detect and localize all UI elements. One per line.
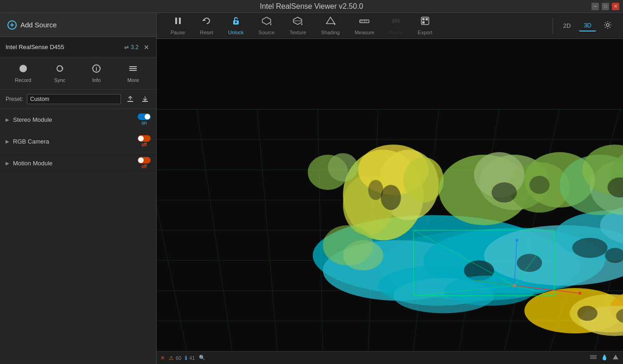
rgb-camera-item[interactable]: ▶ RGB Camera off: [0, 131, 156, 152]
rgb-camera-toggle-track: [138, 135, 151, 142]
record-tool[interactable]: Record: [6, 61, 40, 86]
unlock-label: Unlock: [228, 30, 244, 35]
preset-upload-button[interactable]: [125, 94, 136, 105]
main-layout: + Add Source Intel RealSense D455 ⇌ 3.2 …: [0, 13, 623, 364]
settings-button[interactable]: [600, 19, 616, 33]
motion-module-item[interactable]: ▶ Motion Module off: [0, 152, 156, 174]
reset-label: Reset: [200, 30, 213, 35]
motion-module-name: Motion Module: [13, 160, 138, 167]
route-icon: [391, 16, 401, 28]
svg-point-74: [368, 180, 383, 200]
export-tool[interactable]: Export: [411, 13, 439, 38]
status-right: [590, 353, 619, 362]
sync-icon: [55, 64, 64, 75]
more-tool[interactable]: More: [116, 61, 151, 86]
minimize-button[interactable]: ─: [591, 3, 599, 10]
info-status: ℹ 41: [185, 355, 195, 361]
texture-tool[interactable]: ▾ Texture: [283, 13, 312, 38]
device-close-button[interactable]: ✕: [142, 43, 151, 51]
svg-point-63: [572, 238, 608, 257]
device-toolbar: Record Sync i Info More: [0, 57, 156, 90]
preset-bar: Preset: Custom Default High Accuracy Hig…: [0, 90, 156, 109]
maximize-button[interactable]: □: [602, 3, 609, 10]
record-icon: [19, 64, 28, 75]
view-3d-button[interactable]: 3D: [579, 20, 596, 31]
svg-point-80: [492, 182, 517, 202]
search-status[interactable]: 🔍: [199, 355, 205, 361]
svg-point-109: [578, 292, 582, 295]
rgb-camera-toggle-thumb: [138, 136, 144, 141]
preset-select[interactable]: Custom Default High Accuracy High Densit…: [27, 94, 121, 104]
unlock-icon: [231, 16, 241, 28]
toolbar-separator: [553, 18, 553, 34]
stereo-module-toggle-track: [138, 113, 151, 120]
drop-button[interactable]: [601, 353, 608, 362]
export-icon: [420, 16, 430, 28]
add-source-label: Add Source: [20, 21, 57, 29]
up-button[interactable]: [612, 353, 619, 362]
sidebar: + Add Source Intel RealSense D455 ⇌ 3.2 …: [0, 13, 157, 364]
title-bar: Intel RealSense Viewer v2.50.0 ─ □ ✕: [0, 0, 623, 13]
route-label: Route: [389, 30, 403, 35]
svg-rect-6: [129, 70, 137, 71]
rgb-camera-toggle[interactable]: off: [138, 135, 151, 147]
reset-icon: [202, 16, 211, 28]
preset-download-button[interactable]: [140, 94, 151, 105]
rgb-camera-expand-icon: ▶: [6, 139, 9, 144]
device-usb: ⇌ 3.2: [124, 44, 139, 50]
view-2d-button[interactable]: 2D: [559, 20, 576, 31]
viewport[interactable]: [157, 39, 623, 351]
title-bar-controls: ─ □ ✕: [591, 3, 619, 10]
svg-point-13: [235, 21, 237, 23]
info-tool[interactable]: i Info: [79, 61, 114, 86]
info-icon: i: [92, 64, 101, 75]
stereo-module-toggle[interactable]: on: [138, 113, 151, 126]
svg-rect-112: [590, 357, 597, 358]
svg-text:▾: ▾: [270, 22, 272, 25]
motion-module-toggle-track: [138, 157, 151, 163]
stereo-module-expand-icon: ▶: [6, 117, 9, 122]
stereo-module-toggle-label: on: [141, 120, 146, 126]
measure-tool[interactable]: Measure: [348, 13, 381, 38]
svg-marker-114: [613, 355, 618, 359]
more-icon: [128, 64, 138, 75]
usb-icon: ⇌: [124, 44, 129, 50]
pause-tool[interactable]: Pause: [164, 13, 191, 38]
stereo-module-item[interactable]: ▶ Stereo Module on: [0, 109, 156, 131]
warning-count: 60: [176, 355, 181, 361]
svg-point-26: [392, 19, 394, 23]
unlock-tool[interactable]: Unlock: [222, 13, 250, 38]
record-label: Record: [15, 77, 31, 83]
device-name: Intel RealSense D455: [6, 44, 121, 50]
svg-point-88: [328, 153, 358, 182]
stereo-module-toggle-thumb: [145, 114, 150, 119]
reset-tool[interactable]: Reset: [193, 13, 220, 38]
layers-button[interactable]: [590, 353, 597, 362]
svg-rect-9: [175, 18, 177, 24]
search-icon: 🔍: [199, 355, 205, 361]
close-button[interactable]: ✕: [612, 3, 619, 10]
add-source-header[interactable]: + Add Source: [0, 13, 156, 37]
info-count: 41: [189, 355, 195, 361]
svg-point-27: [394, 19, 397, 23]
svg-rect-31: [426, 18, 428, 20]
warning-status: ⚠ 60: [169, 355, 181, 361]
shading-tool[interactable]: ▾ Shading: [315, 13, 346, 38]
sync-tool[interactable]: Sync: [42, 61, 77, 86]
svg-point-93: [577, 306, 597, 321]
more-label: More: [127, 77, 139, 83]
device-header: Intel RealSense D455 ⇌ 3.2 ✕: [0, 37, 156, 57]
toolbar-right: 2D 3D: [551, 18, 616, 34]
route-tool[interactable]: Route: [383, 13, 409, 38]
info-label: Info: [92, 77, 101, 83]
motion-module-toggle[interactable]: off: [138, 157, 151, 169]
measure-label: Measure: [355, 30, 375, 35]
svg-rect-8: [142, 101, 148, 102]
svg-point-81: [529, 176, 549, 194]
svg-rect-30: [422, 18, 425, 20]
source-tool[interactable]: ▾ Source: [252, 13, 281, 38]
source-label: Source: [259, 30, 275, 35]
measure-icon: [359, 16, 369, 28]
export-label: Export: [418, 30, 432, 35]
stereo-module-name: Stereo Module: [13, 116, 138, 123]
